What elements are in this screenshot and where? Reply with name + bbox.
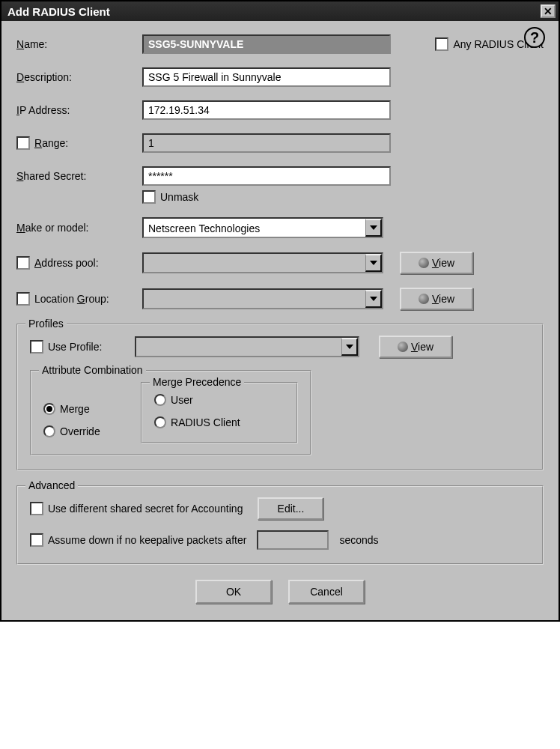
dialog-buttons: OK Cancel	[16, 580, 544, 610]
unmask-label: Unmask	[160, 191, 198, 203]
edit-button[interactable]: Edit...	[258, 497, 323, 520]
range-input[interactable]	[142, 133, 391, 153]
merge-radio[interactable]	[43, 403, 55, 415]
user-label: User	[171, 394, 193, 406]
profile-view-button[interactable]: View	[379, 336, 452, 358]
location-group-checkbox[interactable]	[16, 292, 30, 306]
advanced-legend: Advanced	[25, 479, 78, 491]
location-group-select[interactable]	[142, 288, 383, 309]
assume-down-label: Assume down if no keepalive packets afte…	[48, 534, 246, 546]
seconds-label: seconds	[339, 534, 378, 546]
make-model-select[interactable]: Netscreen Technologies	[142, 217, 383, 238]
address-pool-label: Address pool:	[34, 257, 99, 269]
profiles-legend: Profiles	[25, 318, 67, 330]
ok-button[interactable]: OK	[195, 580, 272, 604]
range-checkbox[interactable]	[16, 136, 30, 150]
view-icon	[419, 258, 429, 268]
assume-down-checkbox[interactable]	[30, 533, 43, 547]
location-group-value	[144, 290, 365, 308]
location-group-label-wrap: Location Group:	[16, 292, 142, 306]
location-group-label: Location Group:	[34, 293, 109, 305]
chevron-down-icon[interactable]	[365, 290, 382, 308]
titlebar: Add RADIUS Client ✕	[1, 1, 559, 21]
close-button[interactable]: ✕	[541, 4, 556, 18]
make-model-value: Netscreen Technologies	[144, 219, 365, 237]
chevron-down-icon[interactable]	[365, 254, 382, 272]
range-label: Range:	[34, 137, 68, 149]
merge-precedence-group: Merge Precedence User RADIUS Client	[141, 382, 298, 443]
name-label: Name:	[16, 38, 142, 50]
ip-address-input[interactable]	[142, 100, 391, 120]
cancel-button[interactable]: Cancel	[288, 580, 365, 604]
shared-secret-label: Shared Secret:	[16, 170, 142, 182]
ip-address-label: IP Address:	[16, 104, 142, 116]
use-profile-value	[136, 338, 341, 356]
attribute-combination-legend: Attribute Combination	[39, 364, 146, 376]
merge-label: Merge	[60, 403, 90, 415]
view-icon	[398, 342, 408, 352]
user-radio[interactable]	[154, 394, 166, 406]
use-profile-checkbox[interactable]	[30, 340, 43, 354]
diff-secret-label: Use different shared secret for Accounti…	[48, 503, 243, 515]
description-label: Description:	[16, 71, 142, 83]
advanced-group: Advanced Use different shared secret for…	[16, 485, 544, 565]
make-model-label: Make or model:	[16, 222, 142, 234]
chevron-down-icon[interactable]	[341, 338, 358, 356]
dialog-body: ? Name: Any RADIUS Client Description: I…	[1, 21, 559, 620]
shared-secret-input[interactable]	[142, 166, 391, 186]
address-pool-value	[144, 254, 365, 272]
attribute-combination-group: Attribute Combination Merge Override	[30, 370, 311, 455]
location-group-view-button[interactable]: View	[400, 288, 473, 310]
description-input[interactable]	[142, 67, 391, 87]
unmask-checkbox[interactable]	[142, 190, 156, 204]
address-pool-select[interactable]	[142, 252, 383, 273]
use-profile-select[interactable]	[135, 336, 359, 357]
help-icon[interactable]: ?	[524, 27, 545, 48]
any-radius-client-checkbox[interactable]	[435, 37, 448, 51]
chevron-down-icon[interactable]	[365, 219, 382, 237]
override-radio[interactable]	[43, 425, 55, 437]
use-profile-label: Use Profile:	[48, 341, 102, 353]
view-icon	[419, 294, 429, 304]
address-pool-checkbox[interactable]	[16, 256, 30, 270]
address-pool-view-button[interactable]: View	[400, 252, 473, 274]
keepalive-seconds-input[interactable]	[257, 530, 329, 550]
merge-precedence-legend: Merge Precedence	[150, 376, 244, 388]
name-input[interactable]	[142, 34, 391, 54]
profiles-group: Profiles Use Profile: View Attribute Com…	[16, 324, 544, 470]
range-label-wrap: Range:	[16, 136, 142, 150]
radius-client-label: RADIUS Client	[171, 416, 240, 428]
radius-client-radio[interactable]	[154, 416, 166, 428]
override-label: Override	[60, 425, 100, 437]
add-radius-client-dialog: Add RADIUS Client ✕ ? Name: Any RADIUS C…	[0, 0, 560, 622]
diff-secret-checkbox[interactable]	[30, 502, 43, 515]
address-pool-label-wrap: Address pool:	[16, 256, 142, 270]
window-title: Add RADIUS Client	[7, 5, 110, 18]
